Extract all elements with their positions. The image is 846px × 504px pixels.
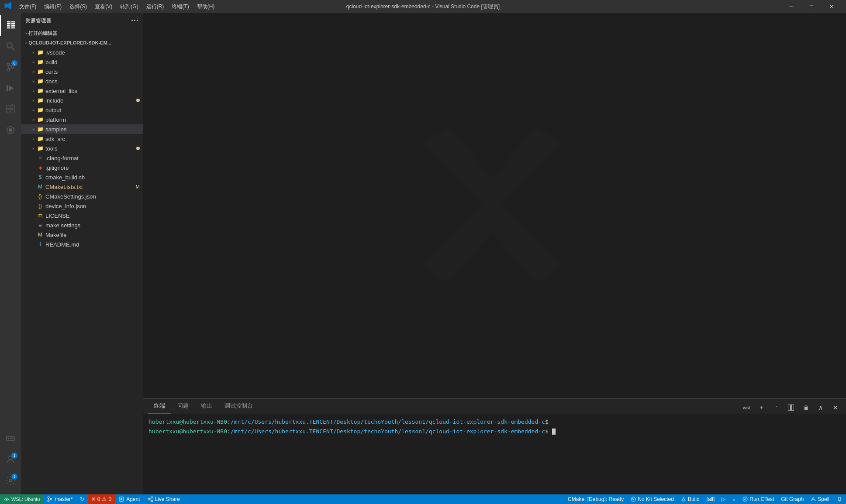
status-debug-btn[interactable]: ⬦	[729, 494, 739, 504]
status-no-kit[interactable]: No Kit Selected	[627, 494, 677, 504]
tab-debug-console[interactable]: 调试控制台	[218, 398, 259, 414]
file-include[interactable]: › 📁 include	[21, 96, 143, 105]
folder-icon: 📁	[37, 58, 44, 65]
activity-extensions[interactable]	[0, 99, 21, 120]
menu-file[interactable]: 文件(F)	[16, 2, 40, 11]
file-cmake-settings[interactable]: {} CMakeSettings.json	[21, 192, 143, 201]
activity-account[interactable]: 1	[0, 449, 21, 470]
status-build-target[interactable]: [all]	[703, 494, 718, 504]
status-remote[interactable]: WSL: Ubuntu	[0, 494, 43, 504]
file-platform[interactable]: › 📁 platform	[21, 115, 143, 124]
file-cmake-build-sh[interactable]: $ cmake_build.sh	[21, 172, 143, 182]
status-sync[interactable]: ↻	[76, 494, 88, 504]
tab-output[interactable]: 输出	[195, 398, 218, 414]
file-docs[interactable]: › 📁 docs	[21, 76, 143, 86]
activity-settings[interactable]: 1	[0, 470, 21, 491]
status-errors[interactable]: ✕ 0 ⚠ 0	[88, 494, 115, 504]
activity-source-control[interactable]: 6	[0, 57, 21, 78]
file-vscode[interactable]: › 📁 .vscode	[21, 48, 143, 57]
svg-point-31	[151, 500, 153, 502]
spell-label: Spell	[818, 496, 829, 502]
activity-iot[interactable]	[0, 120, 21, 141]
file-name: .gitignore	[45, 165, 69, 171]
status-run-ctest[interactable]: Run CTest	[739, 494, 777, 504]
menu-edit[interactable]: 编辑(E)	[41, 2, 65, 11]
menu-select[interactable]: 选择(S)	[66, 2, 90, 11]
file-name: .vscode	[45, 49, 65, 56]
file-clang-format[interactable]: ≡ .clang-format	[21, 153, 143, 163]
file-output[interactable]: › 📁 output	[21, 105, 143, 115]
terminal-split-button[interactable]	[785, 401, 797, 414]
activity-run[interactable]	[0, 78, 21, 99]
status-remote-label: WSL: Ubuntu	[11, 497, 40, 502]
activity-remote[interactable]	[0, 428, 21, 449]
file-makefile[interactable]: M Makefile	[21, 230, 143, 240]
folder-arrow-icon: ›	[30, 49, 37, 56]
close-button[interactable]: ✕	[822, 0, 842, 13]
file-sdk-src[interactable]: › 📁 sdk_src	[21, 134, 143, 144]
account-badge: 1	[11, 453, 17, 459]
project-section[interactable]: › QCLOUD-IOT-EXPLORER-SDK-EM...	[21, 38, 143, 48]
svg-point-10	[9, 128, 12, 132]
minimize-button[interactable]: ─	[781, 0, 801, 13]
file-name: certs	[45, 69, 58, 75]
file-make-settings[interactable]: ≡ make.settings	[21, 220, 143, 230]
file-name: tools	[45, 145, 57, 152]
svg-line-32	[150, 498, 151, 499]
status-git-branch[interactable]: master*	[43, 494, 76, 504]
tab-problems[interactable]: 问题	[171, 398, 195, 414]
file-name: Makefile	[45, 232, 66, 238]
file-build[interactable]: › 📁 build	[21, 57, 143, 67]
modified-label: M	[136, 184, 140, 189]
terminal-close-button[interactable]: ✕	[829, 401, 842, 414]
file-tools[interactable]: › 📁 tools	[21, 144, 143, 153]
status-play-btn[interactable]: ▷	[718, 494, 729, 504]
terminal-content[interactable]: hubertxxu@hubertxxu-NB0:/mnt/c/Users/hub…	[143, 414, 846, 494]
menu-run[interactable]: 运行(R)	[143, 2, 168, 11]
file-name: samples	[45, 126, 66, 133]
file-samples[interactable]: › 📁 samples	[21, 124, 143, 134]
svg-point-37	[743, 497, 747, 501]
text-file-icon: ≡	[37, 154, 44, 161]
terminal-colon-1: :	[227, 418, 231, 425]
file-name: docs	[45, 78, 57, 85]
status-agent[interactable]: Agent	[115, 494, 143, 504]
file-license[interactable]: ⚖ LICENSE	[21, 211, 143, 220]
open-editors-section[interactable]: › 打开的编辑器	[21, 28, 143, 38]
file-cmakelists[interactable]: M CMakeLists.txt M	[21, 182, 143, 192]
status-cmake[interactable]: CMake: [Debug]: Ready	[564, 494, 627, 504]
vscode-logo-icon	[4, 2, 12, 11]
sidebar-more-icon[interactable]: ···	[131, 16, 139, 25]
file-certs[interactable]: › 📁 certs	[21, 67, 143, 76]
terminal-line-1: hubertxxu@hubertxxu-NB0:/mnt/c/Users/hub…	[148, 418, 841, 426]
menu-help[interactable]: 帮助(H)	[193, 2, 218, 11]
maximize-button[interactable]: □	[801, 0, 822, 13]
file-external-libs[interactable]: › 📁 external_libs	[21, 86, 143, 96]
status-live-share[interactable]: Live Share	[144, 494, 183, 504]
cmake-label: CMake: [Debug]: Ready	[568, 496, 624, 502]
terminal-add-button[interactable]: +	[755, 401, 767, 414]
status-build[interactable]: Build	[677, 494, 703, 504]
terminal-line-2: hubertxxu@hubertxxu-NB0:/mnt/c/Users/hub…	[148, 427, 841, 436]
menu-view[interactable]: 查看(V)	[91, 2, 116, 11]
activity-explorer[interactable]	[0, 15, 21, 36]
play-icon: ▷	[722, 496, 725, 502]
file-device-info[interactable]: {} device_info.json	[21, 201, 143, 211]
menu-terminal[interactable]: 终端(T)	[168, 2, 192, 11]
status-spell[interactable]: Spell	[807, 494, 833, 504]
status-git-graph[interactable]: Git Graph	[777, 494, 807, 504]
folder-arrow-icon: ›	[30, 145, 37, 152]
activity-search[interactable]	[0, 36, 21, 57]
terminal-maximize-button[interactable]: ∧	[815, 401, 827, 414]
file-gitignore[interactable]: ◈ .gitignore	[21, 163, 143, 172]
file-tree: › 📁 .vscode › 📁 build › 📁 certs › 📁 docs	[21, 48, 143, 494]
status-notification[interactable]	[833, 494, 846, 504]
menu-goto[interactable]: 转到(G)	[117, 2, 142, 11]
open-editors-label: 打开的编辑器	[28, 30, 57, 37]
tab-terminal[interactable]: 终端	[148, 398, 171, 414]
file-readme[interactable]: ℹ README.md	[21, 240, 143, 249]
terminal-tab-label: 终端	[154, 402, 165, 410]
terminal-trash-button[interactable]: 🗑	[800, 401, 812, 414]
cmake-file-icon: M	[37, 183, 44, 190]
terminal-dropdown-button[interactable]: ˅	[770, 401, 782, 414]
